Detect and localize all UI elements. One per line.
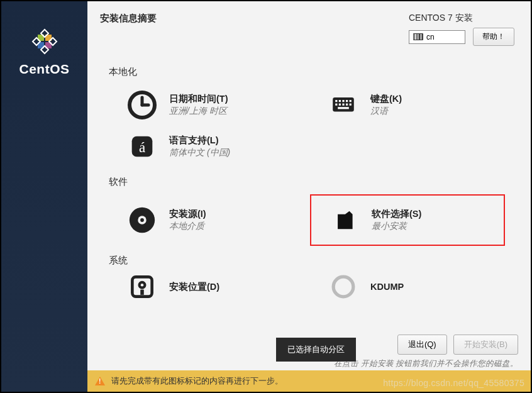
warning-text: 请先完成带有此图标标记的内容再进行下一步。 [111, 375, 283, 387]
kdump-icon [328, 273, 359, 301]
sidebar: CentOS [1, 1, 87, 392]
svg-rect-9 [339, 100, 341, 102]
spoke-title: KDUMP [370, 282, 404, 292]
svg-rect-8 [335, 100, 337, 102]
section-localization-label: 本地化 [109, 66, 516, 78]
svg-rect-14 [339, 104, 341, 106]
destination-tooltip: 已选择自动分区 [276, 338, 356, 362]
keyboard-large-icon [328, 89, 359, 121]
spoke-title: 安装位置(D) [169, 281, 219, 293]
clock-icon [126, 89, 158, 121]
spoke-sub: 最小安装 [372, 221, 421, 232]
harddrive-icon [126, 273, 158, 301]
svg-rect-15 [342, 104, 344, 106]
svg-rect-27 [140, 290, 144, 295]
main-panel: 安装信息摘要 CENTOS 7 安装 cn 帮助！ 本地化 [87, 1, 531, 392]
spoke-sub: 汉语 [370, 106, 402, 117]
svg-rect-10 [342, 100, 344, 102]
svg-point-26 [141, 284, 144, 287]
svg-point-23 [140, 218, 144, 222]
keyboard-icon [413, 33, 423, 40]
svg-text:á: á [139, 139, 145, 155]
installer-label: CENTOS 7 安装 [409, 13, 473, 24]
help-button[interactable]: 帮助！ [473, 28, 514, 46]
spoke-title: 键盘(K) [370, 93, 402, 105]
spoke-title: 软件选择(S) [372, 208, 421, 220]
spoke-title: 语言支持(L) [169, 135, 230, 147]
brand-label: CentOS [19, 62, 69, 77]
svg-rect-16 [346, 104, 348, 106]
spoke-sub: 简体中文 (中国) [169, 147, 230, 158]
spoke-kdump[interactable]: KDUMP [310, 273, 505, 301]
svg-rect-17 [350, 104, 352, 106]
svg-rect-12 [350, 100, 352, 102]
quit-button[interactable]: 退出(Q) [397, 335, 447, 355]
spoke-destination[interactable]: 安装位置(D) [109, 273, 304, 301]
section-software-label: 软件 [109, 176, 516, 188]
centos-logo-icon [30, 26, 60, 57]
page-title: 安装信息摘要 [100, 13, 157, 46]
spoke-sub: 本地介质 [169, 221, 206, 232]
spoke-sub: 亚洲/上海 时区 [169, 106, 228, 117]
svg-rect-13 [335, 104, 337, 106]
disc-icon [126, 204, 158, 236]
begin-install-button[interactable]: 开始安装(B) [453, 335, 518, 355]
keyboard-layout-indicator[interactable]: cn [409, 30, 465, 44]
spoke-language[interactable]: á 语言支持(L) 简体中文 (中国) [109, 126, 304, 167]
spoke-title: 日期和时间(T) [169, 93, 228, 105]
spoke-datetime[interactable]: 日期和时间(T) 亚洲/上海 时区 [109, 84, 304, 126]
spoke-title: 安装源(I) [169, 208, 206, 220]
svg-rect-11 [346, 100, 348, 102]
package-icon [329, 204, 360, 236]
section-system-label: 系统 [109, 255, 516, 267]
svg-rect-18 [338, 107, 349, 109]
footer-hint: 在点击 开始安装 按钮前我们并不会操作您的磁盘。 [334, 358, 518, 369]
warning-icon [95, 377, 105, 385]
keyboard-code: cn [426, 33, 435, 42]
language-icon: á [126, 131, 158, 162]
warning-bar: 请先完成带有此图标标记的内容再进行下一步。 [87, 370, 531, 392]
spoke-install-source[interactable]: 安装源(I) 本地介质 [109, 194, 304, 246]
svg-point-28 [333, 277, 353, 297]
spoke-keyboard[interactable]: 键盘(K) 汉语 [310, 84, 505, 126]
spoke-software-selection[interactable]: 软件选择(S) 最小安装 [310, 194, 505, 246]
